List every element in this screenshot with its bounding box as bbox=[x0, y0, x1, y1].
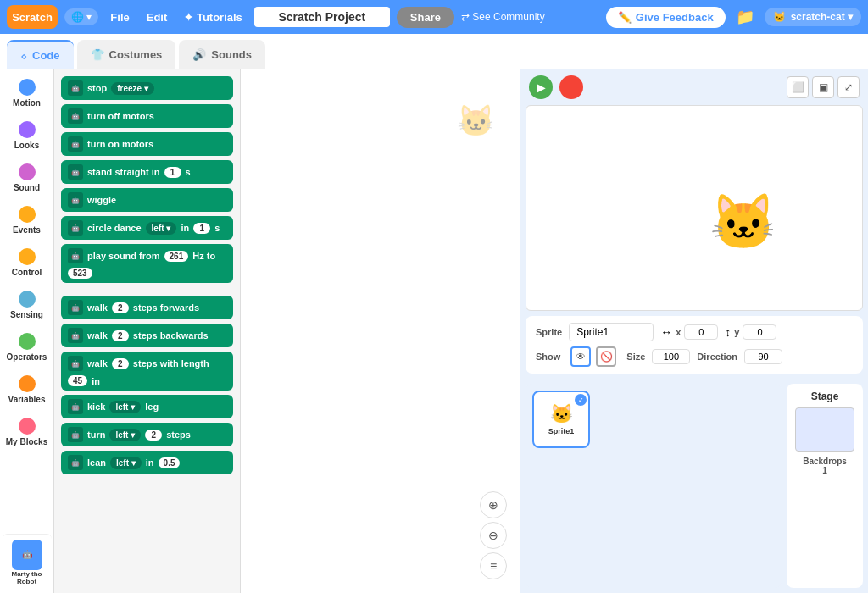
block-sound-hz-label: Hz to bbox=[192, 251, 215, 261]
share-button[interactable]: Share bbox=[397, 7, 454, 28]
block-stand-input[interactable]: 1 bbox=[164, 167, 181, 178]
block-walk2-input[interactable]: 2 bbox=[112, 330, 129, 341]
fullscreen-button[interactable]: ⤢ bbox=[837, 76, 860, 98]
x-input[interactable] bbox=[684, 324, 718, 340]
script-area[interactable]: 🐱 ⊕ ⊖ ≡ bbox=[241, 69, 520, 593]
y-input[interactable] bbox=[743, 324, 776, 340]
block-walk1-input[interactable]: 2 bbox=[112, 302, 129, 313]
block-turn[interactable]: 🤖 turn left ▾ 2 steps bbox=[61, 423, 233, 446]
category-events[interactable]: Events bbox=[3, 200, 52, 241]
give-feedback-button[interactable]: ✏️ Give Feedback bbox=[606, 7, 726, 28]
user-button[interactable]: 🐱 scratch-cat ▾ bbox=[765, 8, 861, 26]
block-walk3-suffix: in bbox=[92, 376, 100, 386]
block-turn-off-motors[interactable]: 🤖 turn off motors bbox=[61, 104, 233, 128]
block-turn-on-motors[interactable]: 🤖 turn on motors bbox=[61, 132, 233, 156]
category-sensing[interactable]: Sensing bbox=[3, 285, 52, 325]
folder-button[interactable]: 📁 bbox=[732, 8, 758, 26]
category-my-blocks[interactable]: My Blocks bbox=[3, 412, 52, 452]
motion-dot bbox=[19, 79, 36, 96]
see-community-button[interactable]: ⇄ See Community bbox=[461, 11, 545, 23]
block-circle-dropdown[interactable]: left ▾ bbox=[146, 222, 177, 235]
scratch-logo[interactable]: Scratch bbox=[7, 5, 58, 29]
block-circle-input[interactable]: 1 bbox=[193, 223, 210, 234]
large-stage-button[interactable]: ▣ bbox=[812, 76, 834, 98]
block-lean-dropdown[interactable]: left ▾ bbox=[110, 457, 142, 469]
floating-cat-icon: 🐱 bbox=[457, 103, 495, 139]
project-name-input[interactable] bbox=[254, 7, 390, 27]
script-canvas[interactable]: 🐱 ⊕ ⊖ ≡ bbox=[241, 69, 520, 593]
looks-label: Looks bbox=[14, 141, 39, 150]
category-variables[interactable]: Variables bbox=[3, 369, 52, 410]
block-turn-dropdown[interactable]: left ▾ bbox=[109, 429, 141, 441]
block-walk3-input[interactable]: 2 bbox=[112, 358, 129, 369]
direction-input[interactable] bbox=[744, 349, 782, 364]
zoom-in-button[interactable]: ⊕ bbox=[480, 491, 507, 518]
category-looks[interactable]: Looks bbox=[3, 115, 52, 156]
looks-dot bbox=[19, 121, 36, 138]
block-stop-dropdown[interactable]: freeze ▾ bbox=[111, 82, 154, 95]
globe-button[interactable]: 🌐 ▾ bbox=[64, 8, 98, 25]
tab-code-label: Code bbox=[32, 49, 60, 62]
stage-thumbnail[interactable] bbox=[795, 407, 854, 452]
sprite-selected-check: ✓ bbox=[575, 394, 587, 406]
category-operators[interactable]: Operators bbox=[3, 327, 52, 368]
green-flag-button[interactable]: ▶ bbox=[529, 75, 553, 99]
sprite-name-input[interactable] bbox=[569, 323, 654, 341]
block-stand-straight[interactable]: 🤖 stand straight in 1 s bbox=[61, 160, 233, 184]
block-walk2-suffix: steps backwards bbox=[133, 330, 209, 341]
stop-button[interactable] bbox=[559, 75, 583, 99]
block-circle-dance[interactable]: 🤖 circle dance left ▾ in 1 s bbox=[61, 216, 233, 240]
block-stop-freeze[interactable]: 🤖 stop freeze ▾ bbox=[61, 76, 233, 100]
block-walk3-input2[interactable]: 45 bbox=[68, 375, 87, 386]
block-turn-label: turn bbox=[87, 430, 105, 440]
edit-menu[interactable]: Edit bbox=[142, 8, 173, 26]
backdrops-count: 1 bbox=[822, 466, 827, 475]
block-stand-suffix: s bbox=[186, 167, 191, 177]
block-sound-hz1[interactable]: 261 bbox=[164, 251, 189, 262]
tab-sounds[interactable]: 🔊 Sounds bbox=[179, 40, 265, 69]
block-icon-kick: 🤖 bbox=[68, 399, 83, 414]
block-play-sound[interactable]: 🤖 play sound from 261 Hz to 523 bbox=[61, 244, 233, 283]
block-lean-input[interactable]: 0.5 bbox=[159, 457, 181, 468]
block-circle-label: circle dance bbox=[87, 223, 142, 233]
category-control[interactable]: Control bbox=[3, 242, 52, 283]
sprite-thumb-label: Sprite1 bbox=[548, 427, 575, 435]
category-sound[interactable]: Sound bbox=[3, 158, 52, 198]
block-kick[interactable]: 🤖 kick left ▾ leg bbox=[61, 395, 233, 418]
tutorials-button[interactable]: ✦ Tutorials bbox=[179, 8, 248, 26]
stage-controls: ▶ ⬜ ▣ ⤢ bbox=[520, 69, 868, 105]
block-sound-hz2[interactable]: 523 bbox=[68, 268, 92, 279]
block-lean[interactable]: 🤖 lean left ▾ in 0.5 bbox=[61, 451, 233, 474]
my-blocks-label: My Blocks bbox=[6, 437, 47, 446]
block-walk-length[interactable]: 🤖 walk 2 steps with length 45 in bbox=[61, 352, 233, 391]
x-arrow-icon: ↔ bbox=[660, 325, 672, 339]
sprites-list[interactable]: ✓ 🐱 Sprite1 bbox=[526, 384, 782, 588]
marty-robot-icon: 🤖 bbox=[12, 540, 42, 570]
tab-code[interactable]: ⬦ Code bbox=[7, 40, 74, 69]
block-categories-panel: Motion Looks Sound Events Control Sensin… bbox=[0, 69, 54, 593]
tab-costumes[interactable]: 👕 Costumes bbox=[77, 40, 176, 69]
code-icon: ⬦ bbox=[20, 49, 27, 62]
zoom-out-button[interactable]: ⊖ bbox=[480, 522, 507, 549]
tab-costumes-label: Costumes bbox=[109, 48, 163, 61]
block-lean-in: in bbox=[146, 457, 154, 468]
sprite-thumb-sprite1[interactable]: ✓ 🐱 Sprite1 bbox=[532, 391, 590, 448]
block-turn-input[interactable]: 2 bbox=[145, 430, 162, 441]
block-wiggle[interactable]: 🤖 wiggle bbox=[61, 188, 233, 212]
block-walk-forward[interactable]: 🤖 walk 2 steps forwards bbox=[61, 296, 233, 319]
category-motion[interactable]: Motion bbox=[3, 73, 52, 114]
show-hidden-button[interactable]: 🚫 bbox=[596, 346, 616, 367]
user-avatar-icon: 🐱 bbox=[773, 11, 786, 23]
block-kick-dropdown[interactable]: left ▾ bbox=[109, 401, 141, 413]
zoom-center-button[interactable]: ≡ bbox=[480, 552, 507, 579]
block-circle-suffix: s bbox=[214, 223, 220, 233]
small-stage-button[interactable]: ⬜ bbox=[787, 76, 809, 98]
size-input[interactable] bbox=[652, 349, 690, 364]
events-label: Events bbox=[13, 225, 41, 235]
marty-robot-item[interactable]: 🤖 Marty tho Robot bbox=[3, 534, 52, 590]
file-menu[interactable]: File bbox=[105, 8, 134, 26]
user-label: scratch-cat ▾ bbox=[791, 11, 853, 23]
stage-canvas[interactable]: 🐱 bbox=[526, 105, 863, 311]
block-walk-backward[interactable]: 🤖 walk 2 steps backwards bbox=[61, 324, 233, 347]
show-visible-button[interactable]: 👁 bbox=[570, 346, 591, 367]
